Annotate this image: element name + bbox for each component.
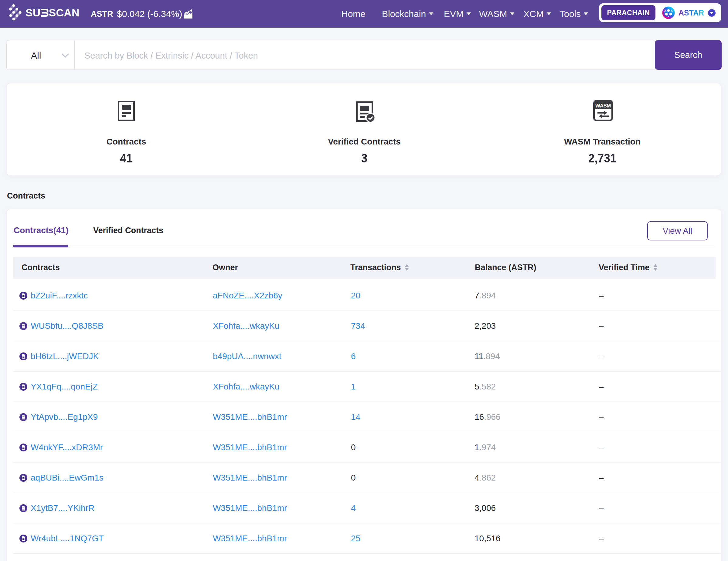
- svg-text:WASM: WASM: [595, 103, 611, 109]
